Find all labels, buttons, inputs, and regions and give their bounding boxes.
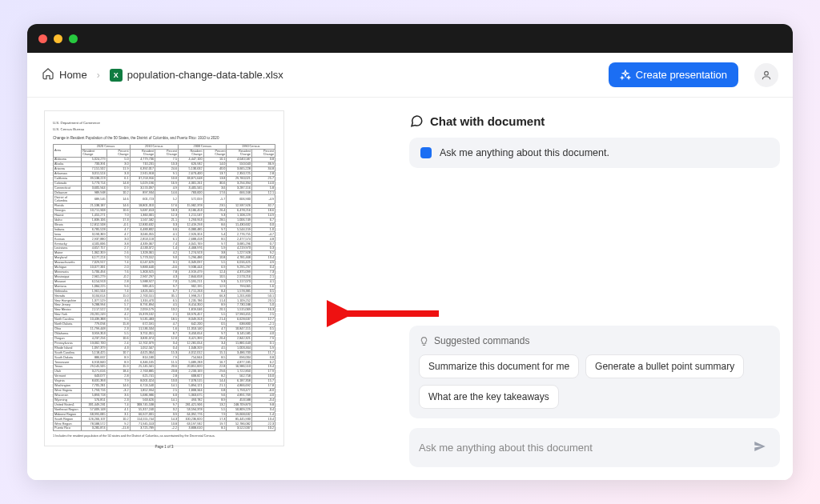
send-button[interactable] [750, 436, 770, 459]
doc-title: Change in Resident Population of the 50 … [53, 136, 275, 140]
suggested-commands-header: Suggested commands [419, 335, 770, 346]
suggested-commands-label: Suggested commands [434, 335, 529, 346]
chat-intro-text: Ask me anything about this document. [440, 147, 609, 158]
breadcrumb-home[interactable]: Home [42, 67, 87, 82]
svg-point-0 [765, 71, 769, 75]
doc-page-number: Page 1 of 3 [53, 438, 275, 449]
chat-title: Chat with document [409, 114, 780, 128]
doc-table: Area2020 Census2010 Census2000 Census199… [53, 144, 275, 431]
user-icon [761, 70, 772, 81]
table-row: Puerto Rico3,285,874-11.83,725,789-2.23,… [54, 426, 275, 431]
document-preview-pane: U.S. Department of Commerce U.S. Census … [40, 110, 288, 467]
toolbar: Home › X population-change-data-table.xl… [27, 53, 793, 98]
chat-icon [409, 114, 424, 128]
window-close-dot[interactable] [38, 34, 47, 43]
breadcrumb-home-label: Home [59, 69, 87, 81]
lightbulb-icon [419, 336, 429, 346]
chat-intro-bubble: Ask me anything about this document. [409, 138, 780, 168]
excel-icon: X [110, 69, 123, 82]
suggested-commands-box: Suggested commands Summarize this docume… [409, 326, 780, 418]
user-avatar[interactable] [754, 63, 778, 87]
chat-input-box [409, 428, 780, 467]
breadcrumb-filename: population-change-data-table.xlsx [127, 69, 283, 81]
table-row: District of Columbia689,54514.6601,7235.… [54, 195, 275, 203]
titlebar [27, 24, 793, 53]
chat-input[interactable] [419, 442, 750, 454]
app-window: Home › X population-change-data-table.xl… [27, 24, 793, 480]
send-icon [753, 439, 767, 454]
suggested-command-0[interactable]: Summarize this document for me [419, 354, 579, 378]
suggested-command-1[interactable]: Generate a bullet point summary [585, 354, 744, 378]
suggested-command-2[interactable]: What are the key takeaways [419, 385, 559, 409]
doc-dept2: U.S. Census Bureau [53, 127, 275, 131]
sparkle-icon [620, 70, 631, 81]
document-page[interactable]: U.S. Department of Commerce U.S. Census … [44, 110, 284, 446]
content-area: U.S. Department of Commerce U.S. Census … [27, 98, 793, 480]
doc-dept1: U.S. Department of Commerce [53, 121, 275, 125]
breadcrumb-file[interactable]: X population-change-data-table.xlsx [110, 69, 283, 82]
window-max-dot[interactable] [69, 34, 78, 43]
home-icon [42, 67, 54, 82]
window-min-dot[interactable] [54, 34, 62, 43]
assistant-avatar-icon [420, 147, 432, 158]
create-presentation-button[interactable]: Create presentation [609, 62, 738, 87]
chevron-right-icon: › [97, 70, 100, 81]
chat-pane: Chat with document Ask me anything about… [301, 110, 780, 467]
chat-title-text: Chat with document [430, 114, 545, 128]
create-presentation-label: Create presentation [636, 69, 727, 81]
